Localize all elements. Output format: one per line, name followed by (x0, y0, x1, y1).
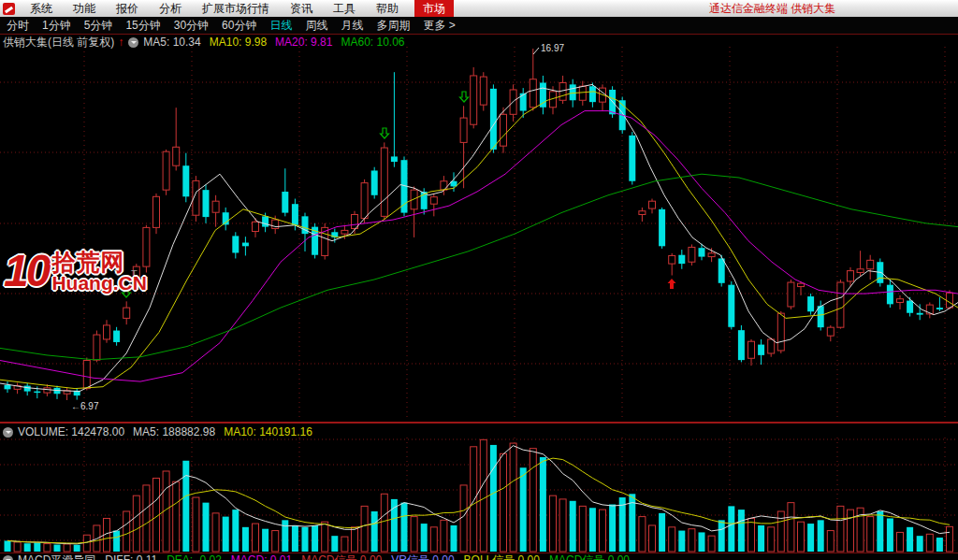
stock-title: 供销大集(日线 前复权) (3, 36, 114, 49)
macd-indicator-row-clipped: MACD平滑异同DIFF: 0.11DEA: -0.02MACD: 0.01MA… (0, 553, 958, 560)
menu-item-资讯[interactable]: 资讯 (280, 0, 323, 17)
period-item-15分钟[interactable]: 15分钟 (119, 18, 167, 34)
value-token: MACD信号 0.00 (301, 553, 382, 560)
volume-value-labels: VOLUME: 142478.00MA5: 188882.98MA10: 140… (18, 425, 321, 438)
svg-text:T: T (131, 268, 138, 280)
menu-item-扩展市场行情[interactable]: 扩展市场行情 (192, 0, 280, 17)
value-token: DEA: -0.02 (167, 553, 222, 560)
period-item-分时[interactable]: 分时 (0, 18, 36, 34)
value-token: MA10: 9.98 (210, 36, 267, 49)
period-item-日线[interactable]: 日线 (263, 18, 298, 34)
value-token: MA5: 188882.98 (133, 425, 215, 438)
value-token: MA20: 9.81 (275, 36, 332, 49)
menu-item-工具[interactable]: 工具 (323, 0, 366, 17)
value-token: DIFF: 0.11 (105, 553, 157, 560)
indicator-value-labels: MACD平滑异同DIFF: 0.11DEA: -0.02MACD: 0.01MA… (18, 553, 639, 560)
trading-terminal-window: 系统功能报价分析扩展市场行情资讯工具帮助市场 通达信金融终端 供销大集 分时1分… (0, 0, 958, 560)
menu-item-帮助[interactable]: 帮助 (366, 0, 409, 17)
volume-info-row: VOLUME: 142478.00MA5: 188882.98MA10: 140… (3, 426, 321, 438)
value-token: MA5: 10.34 (143, 36, 200, 49)
period-item-30分钟[interactable]: 30分钟 (167, 18, 215, 34)
value-token: MACD信号 0.00 (549, 553, 630, 560)
menu-item-功能[interactable]: 功能 (63, 0, 106, 17)
menu-bar: 系统功能报价分析扩展市场行情资讯工具帮助市场 通达信金融终端 供销大集 (0, 0, 958, 17)
menu-item-分析[interactable]: 分析 (149, 0, 192, 17)
window-title: 通达信金融终端 供销大集 (709, 1, 835, 16)
collapse-indicator-icon[interactable] (3, 555, 13, 560)
value-token: BOLL信号 0.00 (464, 553, 540, 560)
svg-text:16.97: 16.97 (541, 43, 564, 53)
ma-value-labels: MA5: 10.34MA10: 9.98MA20: 9.81MA60: 10.0… (143, 36, 413, 49)
chart-info-row: 供销大集(日线 前复权)↑MA5: 10.34MA10: 9.98MA20: 9… (3, 36, 414, 49)
collapse-volume-icon[interactable] (3, 427, 13, 438)
menu-items: 系统功能报价分析扩展市场行情资讯工具帮助市场 (20, 0, 454, 17)
candlestick-chart[interactable]: T16.97←6.97 (0, 0, 958, 560)
period-item-5分钟[interactable]: 5分钟 (78, 18, 120, 34)
menu-item-系统[interactable]: 系统 (20, 0, 63, 17)
period-bar: 分时1分钟5分钟15分钟30分钟60分钟日线周线月线多周期更多 > (0, 17, 958, 35)
menu-item-报价[interactable]: 报价 (106, 0, 149, 17)
period-item-多周期[interactable]: 多周期 (370, 18, 416, 34)
period-item-更多 >[interactable]: 更多 > (416, 18, 461, 34)
collapse-pane-icon[interactable] (128, 37, 138, 48)
value-token: MA10: 140191.16 (224, 425, 312, 438)
period-item-周线[interactable]: 周线 (298, 18, 334, 34)
value-token: MA60: 10.06 (341, 36, 404, 49)
up-arrow-icon: ↑ (118, 36, 123, 49)
period-item-月线[interactable]: 月线 (334, 18, 370, 34)
value-token: VOLUME: 142478.00 (18, 425, 124, 438)
value-token: VR信号 0.00 (391, 553, 454, 560)
period-item-1分钟[interactable]: 1分钟 (36, 18, 78, 34)
value-token: MACD: 0.01 (231, 553, 292, 560)
value-token: MACD平滑异同 (18, 553, 95, 560)
period-item-60分钟[interactable]: 60分钟 (215, 18, 263, 34)
svg-text:←6.97: ←6.97 (71, 401, 99, 411)
menu-item-active[interactable]: 市场 (414, 0, 454, 17)
app-logo-icon (3, 3, 15, 15)
